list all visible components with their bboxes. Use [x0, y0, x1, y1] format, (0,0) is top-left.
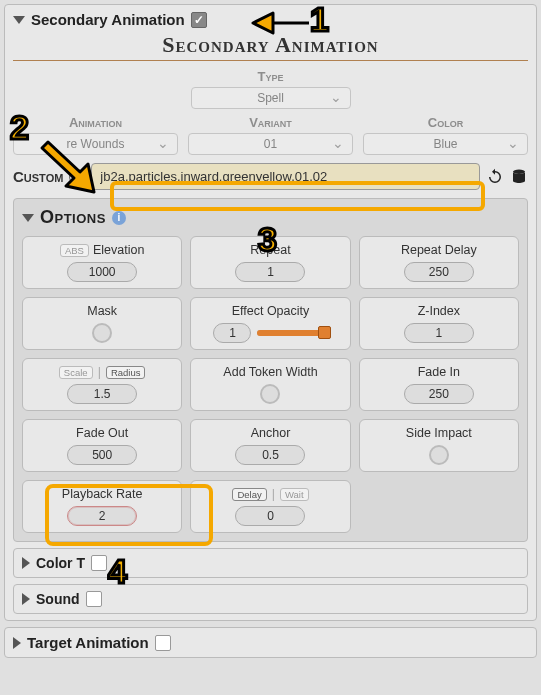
color-subsection: Color T [13, 548, 528, 578]
token-width-card: Add Token Width [190, 358, 350, 411]
repeat-delay-input[interactable]: 250 [404, 262, 474, 282]
radius-badge[interactable]: Radius [106, 366, 146, 379]
type-select[interactable]: Spell [191, 87, 351, 109]
anchor-input[interactable]: 0.5 [235, 445, 305, 465]
target-animation-label: Target Animation [27, 634, 149, 651]
options-panel: Options i ABSElevation 1000 Repeat 1 Rep… [13, 198, 528, 542]
anchor-card: Anchor 0.5 [190, 419, 350, 472]
color-checkbox[interactable] [91, 555, 107, 571]
repeat-delay-card: Repeat Delay 250 [359, 236, 519, 289]
elevation-input[interactable]: 1000 [67, 262, 137, 282]
mask-card: Mask [22, 297, 182, 350]
animation-label: Animation [13, 115, 178, 130]
color-select[interactable]: Blue [363, 133, 528, 155]
collapse-icon[interactable] [13, 16, 25, 24]
slider-thumb-icon[interactable] [318, 326, 331, 339]
repeat-input[interactable]: 1 [235, 262, 305, 282]
color-section-label: Color T [36, 555, 85, 571]
options-collapse-icon[interactable] [22, 214, 34, 222]
scale-badge[interactable]: Scale [59, 366, 93, 379]
target-animation-panel: Target Animation [4, 627, 537, 658]
info-icon[interactable]: i [112, 211, 126, 225]
repeat-card: Repeat 1 [190, 236, 350, 289]
wait-badge[interactable]: Wait [280, 488, 309, 501]
database-icon[interactable] [510, 168, 528, 186]
type-label: Type [13, 69, 528, 84]
target-collapse-icon[interactable] [13, 637, 21, 649]
secondary-animation-label: Secondary Animation [31, 11, 185, 28]
side-impact-card: Side Impact [359, 419, 519, 472]
scale-radius-card: Scale | Radius 1.5 [22, 358, 182, 411]
fade-out-input[interactable]: 500 [67, 445, 137, 465]
zindex-input[interactable]: 1 [404, 323, 474, 343]
delay-wait-card: Delay | Wait 0 [190, 480, 350, 533]
secondary-animation-panel: Secondary Animation ✓ Secondary Animatio… [4, 4, 537, 621]
opacity-input[interactable]: 1 [213, 323, 251, 343]
sound-section-label: Sound [36, 591, 80, 607]
opacity-card: Effect Opacity 1 [190, 297, 350, 350]
fade-out-card: Fade Out 500 [22, 419, 182, 472]
playback-rate-input[interactable]: 2 [67, 506, 137, 526]
variant-select[interactable]: 01 [188, 133, 353, 155]
secondary-animation-checkbox[interactable]: ✓ [191, 12, 207, 28]
refresh-icon[interactable] [486, 168, 504, 186]
sound-checkbox[interactable] [86, 591, 102, 607]
token-width-toggle[interactable] [260, 384, 280, 404]
svg-point-0 [513, 169, 525, 174]
color-collapse-icon[interactable] [22, 557, 30, 569]
sound-subsection: Sound [13, 584, 528, 614]
animation-select[interactable]: re Wounds [13, 133, 178, 155]
custom-path-input[interactable] [91, 163, 480, 190]
custom-label: Custom [13, 168, 63, 185]
zindex-card: Z-Index 1 [359, 297, 519, 350]
target-animation-checkbox[interactable] [155, 635, 171, 651]
options-label: Options [40, 207, 106, 228]
side-impact-toggle[interactable] [429, 445, 449, 465]
delay-badge[interactable]: Delay [232, 488, 266, 501]
color-label: Color [363, 115, 528, 130]
delay-wait-input[interactable]: 0 [235, 506, 305, 526]
elevation-card: ABSElevation 1000 [22, 236, 182, 289]
abs-badge[interactable]: ABS [60, 244, 89, 257]
playback-rate-card: Playback Rate 2 [22, 480, 182, 533]
scale-radius-input[interactable]: 1.5 [67, 384, 137, 404]
opacity-slider[interactable] [257, 330, 327, 336]
variant-label: Variant [188, 115, 353, 130]
fade-in-card: Fade In 250 [359, 358, 519, 411]
sound-collapse-icon[interactable] [22, 593, 30, 605]
secondary-animation-banner: Secondary Animation [13, 32, 528, 61]
custom-checkbox[interactable]: ✓ [69, 169, 85, 185]
fade-in-input[interactable]: 250 [404, 384, 474, 404]
mask-toggle[interactable] [92, 323, 112, 343]
